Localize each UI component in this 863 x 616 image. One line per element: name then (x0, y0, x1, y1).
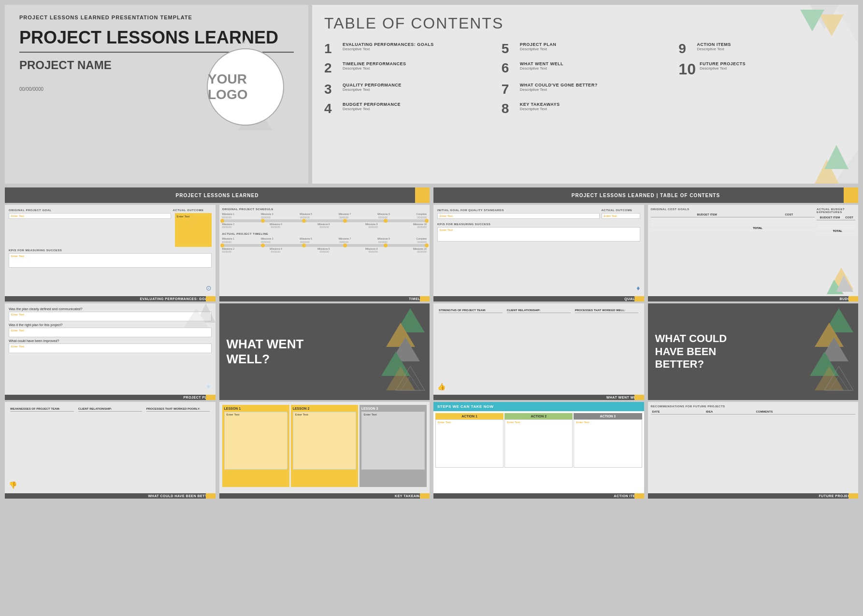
tpoint-4 (384, 219, 388, 223)
goals-label: EVALUATING PERFORMANCES: GOALS (5, 296, 216, 301)
toc-triangles-tr (762, 5, 858, 101)
toc-content-7: WHAT COULD'VE GONE BETTER? Descriptive T… (520, 83, 598, 92)
actual-timeline-bar (222, 244, 427, 247)
banner-right: PROJECT LESSONS LEARNED | TABLE OF CONTE… (433, 187, 858, 203)
actual-dates-bot: 00/00/00 00/00/00 00/00/00 00/00/00 00/0… (222, 250, 427, 253)
budget-actual-col-item: BUDGET ITEM (817, 215, 843, 220)
action-3-input[interactable]: Enter Text (574, 419, 642, 468)
toc-item-desc-6: Descriptive Text (520, 66, 563, 71)
wwwell-client: CLIENT RELATIONSHIP: (505, 307, 572, 316)
wcbetter-text-wrapper: WHAT COULDHAVE BEENBETTER? (648, 325, 734, 378)
toc-item-desc-9: Descriptive Text (697, 47, 731, 51)
apoint-0 (220, 244, 224, 247)
budget-actual-total-row: TOTAL (817, 229, 855, 233)
budget-triangles (827, 265, 856, 294)
title-slide: PROJECT LESSONS LEARNED PRESENTATION TEM… (5, 5, 308, 184)
toc-item-desc-2: Descriptive Text (343, 66, 406, 71)
future-row-8 (651, 428, 856, 430)
timeline-label: TIMELINE (219, 296, 430, 301)
action-1-input[interactable]: Enter Text (435, 419, 503, 468)
lesson-3: LESSON 3 Enter Text (360, 405, 427, 487)
wwpoorly-client: CLIENT RELATIONSHIP: (77, 406, 144, 415)
future-header-row: DATE IDEA COMMENTS (651, 409, 856, 415)
original-goal-input[interactable]: Enter Text (9, 213, 171, 219)
actions-header: STEPS WE CAN TAKE NOW (433, 402, 644, 411)
quality-outcome-input[interactable]: Enter Text (602, 213, 640, 219)
toc-item-title-8: KEY TAKEAWAYS (520, 102, 560, 107)
lesson-1: LESSON 1 Enter Text (222, 405, 289, 487)
lesson-1-input[interactable]: Enter Text (224, 412, 288, 470)
action-2: ACTION 2 Enter Text (504, 413, 573, 470)
tpoint-2 (302, 219, 306, 223)
toc-content-6: WHAT WENT WELL Descriptive Text (520, 61, 563, 71)
wcbetter-big-inner: WHAT COULDHAVE BEENBETTER? (648, 303, 859, 400)
wwpoorly-three-col: WEAKNESSES OF PROJECT TEAM: CLIENT RELAT… (9, 406, 212, 415)
toc-content-3: QUALITY PERFORMANCE Descriptive Text (343, 83, 402, 92)
quality-kpis-input[interactable]: Enter Text (437, 227, 640, 242)
orig-dates-top: 00/00/00 00/00/00 00/00/00 00/00/00 00/0… (222, 216, 427, 219)
wwpoorly-processes-title: PROCESSES THAT WORKED POORLY: (146, 407, 210, 412)
what-went-poorly-slide: WEAKNESSES OF PROJECT TEAM: CLIENT RELAT… (5, 402, 216, 499)
toc-item-desc-4: Descriptive Text (343, 107, 401, 111)
budget-slide: ORIGINAL COST GOALS BUDGET ITEM COST (648, 205, 859, 301)
svg-marker-13 (824, 145, 849, 169)
budget-actual-table: BUDGET ITEM COST (817, 215, 855, 233)
timeline-slide-inner: ORIGINAL PROJECT SCHEDULE Milestone 1 Mi… (219, 205, 430, 301)
future-col-date: DATE (651, 409, 705, 415)
action-2-input[interactable]: Enter Text (504, 419, 573, 468)
wwpoorly-processes: PROCESSES THAT WORKED POORLY: (145, 406, 212, 415)
original-goal-title: ORIGINAL PROJECT GOAL (9, 209, 171, 212)
toc-item-title-2: TIMELINE PERFORMANCES (343, 61, 406, 66)
goals-icon: ⊙ (206, 284, 212, 292)
quality-goal-input[interactable]: Enter Text (437, 213, 600, 219)
actual-dates-top: 00/00/00 00/00/00 00/00/00 00/00/00 00/0… (222, 241, 427, 244)
action-1-title: ACTION 1 (435, 413, 503, 419)
toc-item-desc-8: Descriptive Text (520, 107, 560, 111)
action-3-title: ACTION 3 (574, 413, 642, 419)
what-went-well-slide: STRENGTHS OF PROJECT TEAM: CLIENT RELATI… (433, 303, 644, 400)
wwpoorly-label: WHAT COULD HAVE BEEN BETTER (5, 493, 216, 499)
toc-content-5: PROJECT PLAN Descriptive Text (520, 42, 557, 51)
toc-item-title-1: EVALUATING PERFORMANCES: GOALS (343, 42, 434, 47)
kpis-title: KPIs for MEASURING SUCCESS (9, 249, 212, 252)
toc-item-5: 5 PROJECT PLAN Descriptive Text (502, 42, 669, 56)
wcbetter-big-text: WHAT COULDHAVE BEENBETTER? (655, 332, 727, 371)
wwpoorly-weaknesses: WEAKNESSES OF PROJECT TEAM: (9, 406, 75, 415)
takeaways-inner: LESSON 1 Enter Text LESSON 2 Enter Text … (219, 402, 430, 499)
budget-two-col: ORIGINAL COST GOALS BUDGET ITEM COST (651, 208, 856, 233)
quality-outcome-title: ACTUAL OUTCOME (602, 209, 640, 212)
lesson-1-label: LESSON 1 (224, 407, 288, 410)
plan-q3-input[interactable]: Enter Text (9, 344, 212, 353)
budget-actual-col: ACTUAL BUDGET EXPENDITURES BUDGET ITEM C… (817, 208, 855, 233)
toc-number-8: 8 (502, 102, 516, 115)
goals-slide: ORIGINAL PROJECT GOAL Enter Text ACTUAL … (5, 205, 216, 301)
toc-triangles-br (786, 111, 858, 184)
goals-col-right: ACTUAL OUTCOME Enter Text (173, 209, 212, 247)
budget-label: BUDGET (648, 296, 859, 301)
budget-slide-inner: ORIGINAL COST GOALS BUDGET ITEM COST (648, 205, 859, 301)
wwwell-label: WHAT WENT WELL (433, 395, 644, 400)
actual-outcome-box[interactable]: Enter Text (175, 213, 212, 247)
lesson-2-input[interactable]: Enter Text (293, 412, 356, 470)
goals-two-col: ORIGINAL PROJECT GOAL Enter Text ACTUAL … (9, 209, 212, 247)
orig-timeline-bar (222, 219, 427, 222)
banner-accent-left (415, 187, 430, 203)
lesson-2: LESSON 2 Enter Text (291, 405, 358, 487)
project-plan-inner: Was the plan clearly defined and communi… (5, 303, 216, 400)
toc-item-desc-5: Descriptive Text (520, 47, 557, 51)
thumbsdown-icon: 👎 (9, 481, 17, 489)
kpis-input[interactable]: Enter Text (9, 253, 212, 268)
toc-item-4: 4 BUDGET PERFORMANCE Descriptive Text (324, 102, 492, 115)
orig-dates-bot: 00/00/00 00/00/00 00/00/00 00/00/00 00/0… (222, 226, 427, 229)
toc-number-6: 6 (502, 61, 516, 75)
lesson-3-input[interactable]: Enter Text (361, 412, 425, 470)
banner-accent-right (844, 187, 858, 203)
plan-icon: ☀ (205, 383, 212, 390)
quality-kpis: KPIs for MEASURING SUCCESS Enter Text (437, 223, 640, 242)
quality-col-right: ACTUAL OUTCOME Enter Text (602, 209, 640, 221)
quality-two-col: INITIAL GOAL FOR QUALITY STANDARDS Enter… (437, 209, 640, 221)
toc-number-9: 9 (678, 42, 693, 56)
lesson-3-label: LESSON 3 (361, 407, 425, 410)
logo-area: YOUR LOGO (197, 34, 294, 140)
toc-number-10: 10 (678, 61, 696, 77)
